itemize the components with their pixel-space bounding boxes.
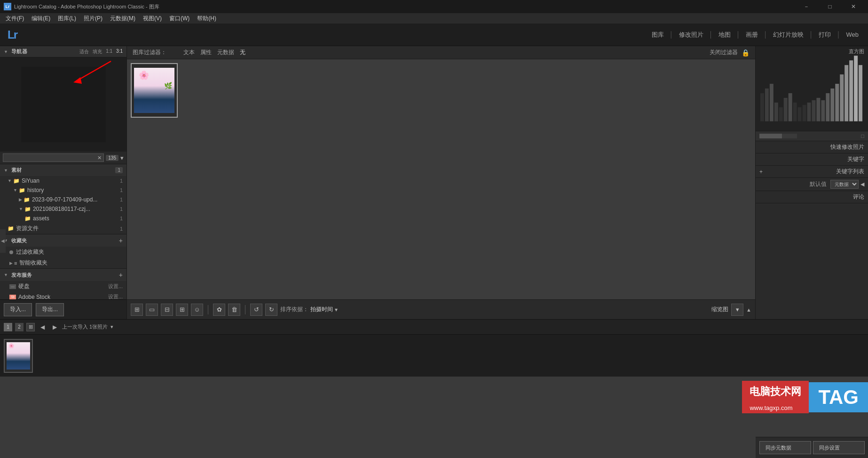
folder-section-素材: ▼ 素材 1 ▼ 📁 SiYuan 1 ▼ 📁 xyxy=(0,164,126,234)
svg-rect-7 xyxy=(779,107,783,121)
menu-window[interactable]: 窗口(W) xyxy=(166,14,193,24)
stock-settings[interactable]: 设置... xyxy=(108,293,123,299)
folder-label-2021: 20210808180117-czj... xyxy=(33,206,90,212)
svg-rect-5 xyxy=(770,84,773,121)
sort-chevron[interactable]: ▾ xyxy=(335,306,338,313)
triangle-up-icon[interactable]: ▲ xyxy=(746,307,751,313)
quick-develop-collapse[interactable]: □ xyxy=(861,133,864,139)
zoom-3-1[interactable]: 3:1 xyxy=(116,48,123,55)
folder-item-assets[interactable]: 📁 assets 1 xyxy=(0,214,126,223)
rotate-right-button[interactable]: ↻ xyxy=(265,304,277,316)
left-panel-toggle[interactable]: ◀ xyxy=(0,229,6,253)
spray-can-button[interactable]: ✿ xyxy=(213,304,225,316)
svg-rect-18 xyxy=(830,88,834,121)
metadata-preset-select[interactable]: 元数据 xyxy=(830,180,859,189)
nav-book[interactable]: 画册 xyxy=(744,30,760,40)
collection-item-smart[interactable]: ▶ ≡ 智能收藏夹 xyxy=(0,257,126,268)
filter-metadata[interactable]: 元数据 xyxy=(217,48,234,56)
folder-icon-2023: 📁 xyxy=(24,197,30,203)
filter-none[interactable]: 无 xyxy=(240,48,245,56)
export-button[interactable]: 导出... xyxy=(36,303,64,316)
folder-item-2021[interactable]: ▼ 📁 20210808180117-czj... 1 xyxy=(0,204,126,214)
histogram-title: 直方图 xyxy=(849,48,864,55)
zoom-1-1[interactable]: 1:1 xyxy=(106,48,112,55)
rotate-left-button[interactable]: ↺ xyxy=(250,304,262,316)
folder-item-siyuan[interactable]: ▼ 📁 SiYuan 1 xyxy=(0,176,126,185)
filmstrip-import-chevron[interactable]: ▾ xyxy=(110,324,113,330)
filter-collection-icon xyxy=(9,250,13,254)
import-button[interactable]: 导入... xyxy=(4,303,32,316)
folder-tree: ▼ 素材 1 ▼ 📁 SiYuan 1 ▼ 📁 xyxy=(0,164,126,299)
filmstrip-page-2[interactable]: 2 xyxy=(15,323,24,331)
maximize-button[interactable]: □ xyxy=(819,0,841,13)
folder-item-history[interactable]: ▼ 📁 history 1 xyxy=(0,185,126,195)
metadata-collapse-icon: ◀ xyxy=(860,181,864,187)
stock-label: Adobe Stock xyxy=(18,294,50,300)
filmstrip-next-button[interactable]: ▶ xyxy=(50,322,59,332)
filmstrip-thumb-1[interactable] xyxy=(4,339,33,373)
menu-file[interactable]: 文件(F) xyxy=(2,14,28,24)
add-collection-button[interactable]: + xyxy=(119,237,123,244)
keyword-list-label[interactable]: 关键字列表 xyxy=(836,168,864,176)
nav-slideshow[interactable]: 幻灯片放映 xyxy=(771,30,805,40)
svg-rect-11 xyxy=(798,107,802,121)
add-publish-button[interactable]: + xyxy=(119,271,123,279)
harddisk-icon: --- xyxy=(9,284,16,289)
sort-option[interactable]: 拍摄时间 xyxy=(310,305,333,313)
people-view-button[interactable]: ☺ xyxy=(191,304,203,316)
filter-text[interactable]: 文本 xyxy=(183,48,195,56)
compare-view-button[interactable]: ⊟ xyxy=(161,304,173,316)
menu-library[interactable]: 图库(L) xyxy=(54,14,80,24)
close-filter-label[interactable]: 关闭过滤器 xyxy=(710,48,738,56)
menu-help[interactable]: 帮助(H) xyxy=(193,14,220,24)
collections-header[interactable]: ▼ 收藏夹 + xyxy=(0,234,126,247)
menu-photo[interactable]: 照片(P) xyxy=(80,14,106,24)
nav-web[interactable]: Web xyxy=(844,30,861,39)
filter-lock-icon[interactable]: 🔒 xyxy=(742,49,750,56)
menu-edit[interactable]: 编辑(E) xyxy=(28,14,54,24)
filmstrip-page-1[interactable]: 1 xyxy=(4,323,12,331)
folder-item-2023[interactable]: ▶ 📁 2023-09-07-170409-upd... 1 xyxy=(0,195,126,204)
zoom-fill[interactable]: 填充 xyxy=(93,48,102,55)
app-icon: Lr xyxy=(4,3,11,10)
quick-develop-label[interactable]: 快速修改照片 xyxy=(756,141,868,153)
add-keyword-button[interactable]: + xyxy=(759,169,763,175)
folder-item-resources[interactable]: 📁 资源文件 1 xyxy=(0,223,126,234)
window-controls: － □ ✕ xyxy=(796,0,864,13)
nav-library[interactable]: 图库 xyxy=(650,30,666,40)
view-chevron[interactable]: ▾ xyxy=(731,304,743,316)
survey-view-button[interactable]: ⊞ xyxy=(176,304,188,316)
catalog-chevron[interactable]: ▾ xyxy=(120,154,124,161)
svg-rect-15 xyxy=(816,98,820,121)
photo-thumb-1[interactable] xyxy=(131,63,178,118)
collection-item-filter[interactable]: 过滤收藏夹 xyxy=(0,247,126,257)
default-value-label: 默认值 xyxy=(810,180,827,188)
comments-label[interactable]: 评论 xyxy=(756,191,868,203)
nav-develop[interactable]: 修改照片 xyxy=(677,30,705,40)
close-button[interactable]: ✕ xyxy=(843,0,864,13)
minimize-button[interactable]: － xyxy=(796,0,817,13)
menu-view[interactable]: 视图(V) xyxy=(139,14,166,24)
loupe-view-button[interactable]: ▭ xyxy=(146,304,158,316)
publish-header[interactable]: ▼ 发布服务 + xyxy=(0,269,126,281)
filter-attribute[interactable]: 属性 xyxy=(200,48,212,56)
filmstrip-grid-icon[interactable]: ⊞ xyxy=(26,323,35,331)
trash-button[interactable]: 🗑 xyxy=(228,304,240,316)
folder-header-素材[interactable]: ▼ 素材 1 xyxy=(0,164,126,176)
folder-count-assets: 1 xyxy=(120,216,123,221)
navigator-header[interactable]: ▼ 导航器 适合 填充 1:1 3:1 xyxy=(0,46,126,57)
harddisk-settings[interactable]: 设置... xyxy=(108,283,123,290)
publish-item-stock[interactable]: St Adobe Stock 设置... xyxy=(0,292,126,299)
grid-view-button[interactable]: ⊞ xyxy=(131,304,143,316)
publish-item-harddisk[interactable]: --- 硬盘 设置... xyxy=(0,281,126,292)
nav-map[interactable]: 地图 xyxy=(717,30,733,40)
catalog-search-clear[interactable]: ✕ xyxy=(97,155,102,161)
menu-metadata[interactable]: 元数据(M) xyxy=(106,14,139,24)
zoom-fit[interactable]: 适合 xyxy=(79,48,89,55)
folder-count-素材: 1 xyxy=(115,167,123,173)
keywords-label[interactable]: 关键字 xyxy=(756,153,868,166)
catalog-search-input[interactable] xyxy=(5,155,97,161)
svg-rect-24 xyxy=(859,65,862,121)
filmstrip-prev-button[interactable]: ◀ xyxy=(38,322,47,332)
nav-print[interactable]: 打印 xyxy=(817,30,833,40)
